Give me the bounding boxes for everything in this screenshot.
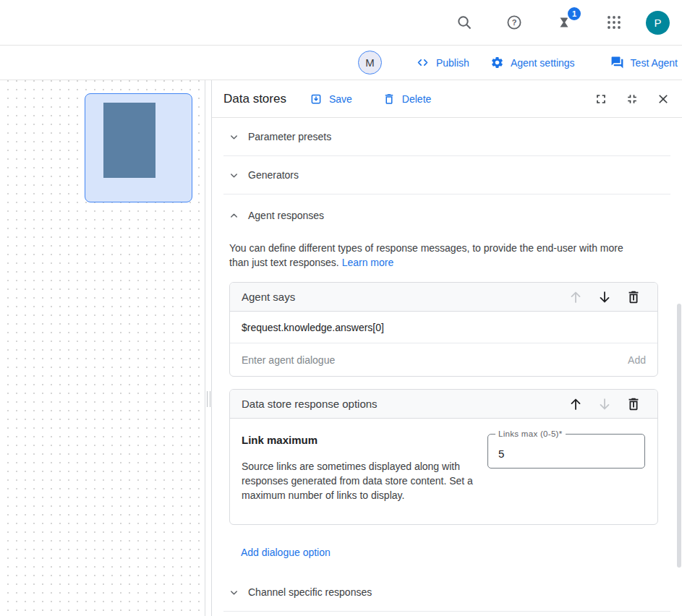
data-store-options-card: Data store response options (229, 389, 658, 525)
panel-header: Data stores Save Delete (212, 80, 682, 118)
close-icon[interactable] (656, 92, 670, 106)
page-title: Data stores (223, 92, 286, 106)
section-label: Agent responses (248, 210, 324, 221)
links-max-field: Links max (0-5)* (487, 434, 645, 469)
links-max-label: Links max (0-5)* (495, 429, 566, 438)
panel-resize-gutter (205, 80, 212, 616)
chevron-up-icon (229, 210, 239, 221)
flow-node-selected[interactable] (85, 93, 192, 202)
gear-icon (490, 56, 504, 69)
delete-label: Delete (402, 93, 431, 105)
agent-dialogue-input[interactable] (242, 354, 619, 366)
publish-button[interactable]: Publish (416, 56, 469, 69)
section-channel-specific-responses[interactable]: Channel specific responses (223, 573, 670, 612)
section-generators[interactable]: Generators (223, 156, 670, 194)
code-icon (416, 56, 430, 69)
links-max-input[interactable] (488, 435, 644, 468)
panel-body: Parameter presets Generators Agent respo… (212, 118, 682, 612)
avatar[interactable]: P (646, 11, 670, 35)
test-agent-button[interactable]: Test Agent (610, 56, 678, 69)
agent-says-card-header: Agent says (230, 283, 657, 312)
agent-toolbar: M Publish Agent settings Test Agent (0, 46, 682, 80)
apps-grid-icon[interactable] (605, 14, 623, 31)
fullscreen-icon[interactable] (594, 92, 608, 106)
move-down-icon (597, 396, 613, 412)
data-store-card-header: Data store response options (230, 390, 657, 419)
agent-dialogue-entry[interactable]: $request.knowledge.answers[0] (230, 312, 657, 343)
save-button[interactable]: Save (310, 93, 352, 106)
agent-dialogue-input-row: Add (230, 343, 657, 376)
section-label: Parameter presets (248, 131, 331, 142)
panel-scrollbar[interactable] (677, 304, 681, 568)
chat-icon (610, 56, 624, 69)
trash-icon[interactable] (626, 289, 641, 305)
card-title: Data store response options (242, 398, 555, 410)
section-parameter-presets[interactable]: Parameter presets (223, 118, 670, 156)
section-label: Generators (248, 169, 299, 181)
notifications-icon[interactable]: 1 (555, 14, 573, 31)
flow-node-body (103, 103, 155, 178)
publish-label: Publish (436, 57, 469, 69)
top-app-bar: ? 1 P (0, 0, 682, 46)
move-down-icon[interactable] (597, 289, 613, 305)
data-stores-panel: Data stores Save Delete (212, 80, 682, 616)
save-icon (310, 93, 323, 106)
card-title: Agent says (242, 291, 555, 303)
save-label: Save (329, 93, 352, 105)
chevron-down-icon (229, 170, 239, 181)
chevron-down-icon (229, 132, 239, 142)
data-store-card-body: Link maximum Source links are sometimes … (230, 419, 657, 524)
trash-icon[interactable] (626, 396, 641, 412)
link-maximum-description: Source links are sometimes displayed alo… (242, 459, 480, 502)
test-agent-label: Test Agent (631, 57, 678, 69)
agent-responses-description: You can define different types of respon… (229, 241, 643, 270)
flow-avatar[interactable]: M (358, 51, 382, 74)
search-icon[interactable] (456, 14, 473, 31)
description-text: You can define different types of respon… (229, 242, 623, 268)
svg-text:?: ? (512, 18, 517, 27)
add-button[interactable]: Add (628, 354, 646, 366)
section-label: Channel specific responses (248, 586, 372, 598)
agent-settings-label: Agent settings (511, 57, 575, 69)
learn-more-link[interactable]: Learn more (342, 257, 394, 268)
help-icon[interactable]: ? (506, 14, 523, 31)
move-up-icon[interactable] (568, 396, 584, 412)
flow-canvas[interactable] (0, 80, 205, 616)
add-dialogue-option-link[interactable]: Add dialogue option (241, 547, 331, 558)
delete-button[interactable]: Delete (383, 93, 431, 106)
panel-resize-handle[interactable] (207, 391, 210, 407)
agent-settings-button[interactable]: Agent settings (490, 56, 575, 69)
notification-badge: 1 (566, 6, 582, 22)
chevron-down-icon (229, 587, 239, 598)
section-agent-responses[interactable]: Agent responses (223, 194, 670, 236)
move-up-icon (568, 289, 584, 305)
link-maximum-heading: Link maximum (242, 434, 480, 446)
trash-icon (383, 93, 396, 106)
agent-says-card: Agent says $request.knowledge.answers[0] (229, 282, 658, 377)
exit-fullscreen-icon[interactable] (625, 92, 639, 106)
